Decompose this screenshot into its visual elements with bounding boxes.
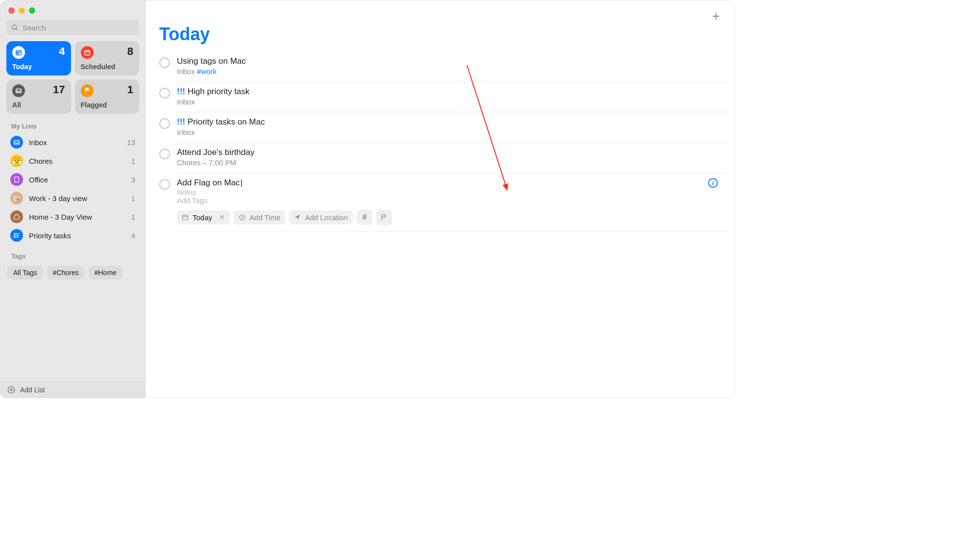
smart-list-flagged-label: Flagged — [81, 101, 134, 109]
clear-date-button[interactable]: ✕ — [219, 213, 225, 221]
reminder-checkbox[interactable] — [159, 57, 170, 68]
maximize-window-button[interactable] — [29, 7, 35, 14]
reminder-row[interactable]: !!! Priority tasks on MacInbox — [152, 112, 728, 142]
my-lists-header: My Lists — [0, 121, 145, 133]
reminder-title: High priority task — [188, 87, 250, 96]
list-icon — [10, 136, 23, 149]
clock-icon — [239, 214, 245, 221]
list-icon — [10, 229, 23, 242]
list-count: 4 — [131, 231, 135, 240]
flag-button[interactable] — [376, 209, 392, 225]
smart-list-scheduled-count: 8 — [127, 45, 133, 58]
svg-line-1 — [16, 28, 17, 30]
main-header: Today — [146, 0, 735, 48]
tag-chip[interactable]: #Home — [89, 266, 122, 280]
time-chip-label: Add Time — [249, 213, 280, 222]
reminder-checkbox[interactable] — [159, 88, 170, 99]
window-controls — [0, 0, 145, 20]
smart-list-today-count: 4 — [59, 45, 65, 58]
svg-point-19 — [14, 237, 15, 238]
reminder-subtitle: Inbox — [177, 128, 721, 136]
reminder-title-input[interactable]: Add Flag on Mac — [177, 178, 243, 187]
reminder-row-editing[interactable]: Add Flag on MacNotesAdd TagsToday✕Add Ti… — [152, 173, 728, 231]
smart-list-all-count: 17 — [53, 83, 65, 96]
add-list-button[interactable]: Add List — [0, 382, 145, 398]
list-icon — [10, 210, 23, 223]
search-icon — [11, 24, 19, 31]
list-item[interactable]: Home - 3 Day View1 — [5, 207, 140, 226]
smart-list-flagged[interactable]: 1 Flagged — [75, 79, 140, 114]
list-item[interactable]: Priority tasks4 — [5, 226, 140, 245]
reminder-checkbox[interactable] — [159, 149, 170, 159]
priority-indicator: !!! — [177, 87, 185, 96]
smart-list-scheduled[interactable]: 8 Scheduled — [75, 41, 140, 76]
list-item[interactable]: 😤Chores1 — [5, 152, 140, 170]
plus-icon — [711, 11, 721, 21]
list-count: 13 — [127, 138, 135, 147]
reminder-row[interactable]: Attend Joe's birthdayChores – 7:00 PM — [152, 143, 728, 173]
list-item[interactable]: Office3 — [5, 170, 140, 189]
date-chip[interactable]: Today✕ — [177, 210, 230, 225]
sidebar: Search 4 Today 8 Scheduled — [0, 0, 146, 398]
smart-list-flagged-count: 1 — [127, 83, 133, 96]
location-chip[interactable]: Add Location — [289, 210, 353, 225]
notes-input[interactable]: Notes — [177, 188, 721, 196]
reminder-subtitle: Inbox — [177, 98, 721, 106]
list-count: 1 — [131, 194, 135, 203]
reminder-checkbox[interactable] — [159, 118, 170, 129]
list-count: 3 — [131, 176, 135, 184]
divider — [177, 231, 728, 231]
main-content: Today Using tags on MacInbox #work!!! Hi… — [146, 0, 735, 398]
reminder-title: Attend Joe's birthday — [177, 148, 254, 157]
list-count: 1 — [131, 157, 135, 165]
list-icon — [10, 173, 23, 186]
list-icon: 😤 — [10, 154, 23, 167]
reminder-row[interactable]: !!! High priority taskInbox — [152, 82, 728, 112]
reminder-tag[interactable]: #work — [197, 67, 217, 76]
smart-list-today[interactable]: 4 Today — [6, 41, 71, 76]
tag-chip[interactable]: #Chores — [47, 266, 85, 280]
smart-list-all[interactable]: 17 All — [6, 79, 71, 114]
tray-icon — [12, 84, 25, 97]
reminder-title: Priority tasks on Mac — [188, 117, 265, 127]
tag-chip[interactable]: All Tags — [7, 266, 43, 280]
time-chip[interactable]: Add Time — [234, 210, 285, 225]
list-item[interactable]: Inbox13 — [5, 133, 140, 152]
list-label: Chores — [29, 157, 125, 165]
list-icon — [10, 192, 23, 204]
svg-rect-7 — [15, 177, 19, 182]
calendar-icon — [182, 214, 189, 221]
svg-rect-25 — [183, 215, 188, 220]
list-label: Work - 3 day view — [29, 194, 125, 203]
tag-button[interactable]: # — [357, 209, 372, 225]
reminder-checkbox[interactable] — [159, 179, 170, 190]
flag-icon — [81, 84, 94, 97]
svg-point-13 — [17, 217, 19, 219]
list-item[interactable]: Work - 3 day view1 — [5, 189, 140, 207]
location-chip-label: Add Location — [305, 213, 348, 222]
reminder-subtitle: Inbox #work — [177, 67, 721, 76]
info-button[interactable]: i — [708, 178, 718, 188]
smart-list-scheduled-label: Scheduled — [81, 63, 134, 71]
svg-point-17 — [14, 233, 15, 234]
flag-icon — [380, 214, 388, 221]
close-window-button[interactable] — [8, 7, 15, 14]
search-input[interactable]: Search — [6, 20, 139, 35]
list-count: 1 — [131, 213, 135, 221]
reminder-row[interactable]: Using tags on MacInbox #work — [152, 51, 728, 81]
reminder-title: Using tags on Mac — [177, 56, 246, 66]
smart-list-today-label: Today — [12, 63, 65, 71]
calendar-icon — [81, 46, 94, 59]
tags-input[interactable]: Add Tags — [177, 196, 721, 204]
minimize-window-button[interactable] — [19, 7, 25, 14]
smart-list-all-label: All — [12, 101, 65, 109]
quick-actions: Today✕Add TimeAdd Location# — [177, 209, 721, 225]
tags-header: Tags — [0, 245, 145, 263]
tags-row: All Tags#Chores#Home — [0, 263, 145, 286]
svg-rect-4 — [17, 53, 18, 54]
my-lists: Inbox13😤Chores1Office3Work - 3 day view1… — [0, 133, 145, 245]
date-chip-label: Today — [193, 213, 212, 222]
priority-indicator: !!! — [177, 117, 185, 127]
svg-point-0 — [12, 25, 17, 29]
new-reminder-button[interactable] — [711, 9, 721, 21]
